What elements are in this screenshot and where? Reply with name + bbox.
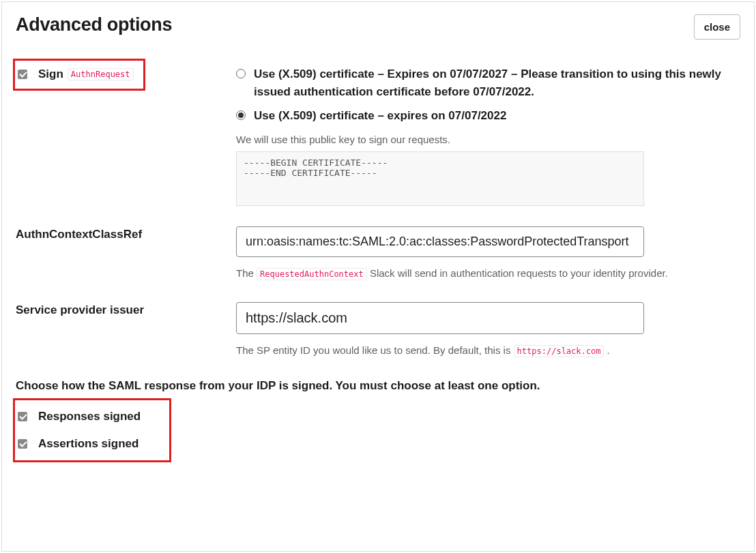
sp-issuer-default-code-tag: https://slack.com bbox=[514, 345, 605, 357]
assertions-signed-checkbox[interactable] bbox=[18, 439, 27, 449]
cert-radio-row-2: Use (X.509) certificate – expires on 07/… bbox=[236, 107, 738, 125]
signing-highlight: Responses signed Assertions signed bbox=[13, 398, 171, 462]
sp-issuer-helper: The SP entity ID you would like us to se… bbox=[236, 342, 738, 359]
authn-context-label: AuthnContextClassRef bbox=[16, 228, 142, 241]
assertions-signed-label: Assertions signed bbox=[38, 437, 139, 451]
sign-authn-highlight: Sign AuthnRequest bbox=[13, 59, 145, 91]
requested-authn-context-code-tag: RequestedAuthnContext bbox=[257, 268, 367, 280]
page-title: Advanced options bbox=[16, 14, 172, 35]
signing-instruction: Choose how the SAML response from your I… bbox=[16, 379, 740, 393]
authn-context-helper: The RequestedAuthnContext Slack will sen… bbox=[236, 265, 738, 282]
sign-authn-checkbox[interactable] bbox=[18, 70, 27, 79]
advanced-options-panel: Advanced options close Sign AuthnRequest… bbox=[1, 1, 755, 552]
close-button[interactable]: close bbox=[694, 14, 740, 40]
responses-signed-label-wrap[interactable]: Responses signed bbox=[18, 410, 141, 423]
cert-radio-2022[interactable] bbox=[236, 110, 246, 120]
assertions-signed-label-wrap[interactable]: Assertions signed bbox=[18, 437, 139, 451]
responses-signed-label: Responses signed bbox=[38, 410, 141, 423]
cert-helper-text: We will use this public key to sign our … bbox=[236, 132, 738, 147]
authn-context-input[interactable] bbox=[236, 226, 644, 257]
sign-authn-label[interactable]: Sign AuthnRequest bbox=[18, 68, 134, 81]
sign-authn-row: Sign AuthnRequest Use (X.509) certificat… bbox=[16, 65, 740, 206]
authn-context-row: AuthnContextClassRef The RequestedAuthnC… bbox=[16, 226, 740, 282]
sp-issuer-label: Service provider issuer bbox=[16, 303, 144, 317]
sp-issuer-row: Service provider issuer The SP entity ID… bbox=[16, 302, 740, 359]
responses-signed-item: Responses signed bbox=[18, 410, 160, 423]
cert-textarea[interactable]: -----BEGIN CERTIFICATE----- -----END CER… bbox=[236, 151, 644, 206]
cert-radio-2027[interactable] bbox=[236, 69, 246, 78]
authn-request-code-tag: AuthnRequest bbox=[68, 68, 134, 80]
cert-radio-2027-label: Use (X.509) certificate – Expires on 07/… bbox=[254, 65, 738, 100]
panel-header: Advanced options close bbox=[16, 14, 740, 40]
assertions-signed-item: Assertions signed bbox=[18, 437, 160, 451]
sign-authn-label-text: Sign bbox=[38, 68, 63, 81]
cert-radio-row-1: Use (X.509) certificate – Expires on 07/… bbox=[236, 65, 738, 100]
sp-issuer-input[interactable] bbox=[236, 302, 644, 334]
responses-signed-checkbox[interactable] bbox=[18, 412, 27, 421]
cert-radio-2022-label: Use (X.509) certificate – expires on 07/… bbox=[254, 107, 506, 125]
